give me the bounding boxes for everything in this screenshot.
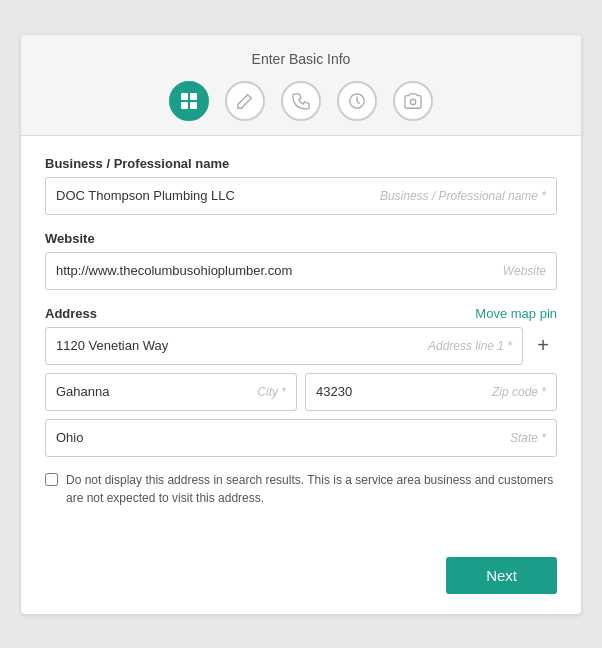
business-name-placeholder: Business / Professional name * [380, 189, 546, 203]
svg-rect-0 [181, 93, 188, 100]
svg-rect-3 [190, 102, 197, 109]
city-field-row: City * [45, 373, 297, 411]
zip-input[interactable] [316, 384, 484, 399]
svg-rect-2 [181, 102, 188, 109]
next-button[interactable]: Next [446, 557, 557, 594]
city-zip-row: City * Zip code * [45, 373, 557, 411]
zip-placeholder: Zip code * [492, 385, 546, 399]
website-placeholder: Website [503, 264, 546, 278]
state-input[interactable] [56, 430, 502, 445]
zip-field-row: Zip code * [305, 373, 557, 411]
website-label: Website [45, 231, 557, 246]
business-name-label: Business / Professional name [45, 156, 557, 171]
main-card: Enter Basic Info [21, 35, 581, 614]
address-header: Address Move map pin [45, 306, 557, 321]
address-line1-field-row: Address line 1 * [45, 327, 523, 365]
state-placeholder: State * [510, 431, 546, 445]
svg-point-5 [410, 99, 415, 104]
no-display-address-checkbox[interactable] [45, 473, 58, 486]
step-phone[interactable] [281, 81, 321, 121]
business-name-field-row: Business / Professional name * [45, 177, 557, 215]
business-name-input[interactable] [56, 188, 372, 203]
map-pin-link[interactable]: Move map pin [475, 306, 557, 321]
step-basic-info[interactable] [169, 81, 209, 121]
address-line1-row: Address line 1 * + [45, 327, 557, 365]
business-name-group: Business / Professional name Business / … [45, 156, 557, 215]
state-field-row: State * [45, 419, 557, 457]
city-placeholder: City * [257, 385, 286, 399]
address-label: Address [45, 306, 97, 321]
footer: Next [21, 543, 581, 614]
step-edit[interactable] [225, 81, 265, 121]
header: Enter Basic Info [21, 35, 581, 136]
svg-rect-1 [190, 93, 197, 100]
website-field-row: Website [45, 252, 557, 290]
city-input[interactable] [56, 384, 249, 399]
address-line1-placeholder: Address line 1 * [428, 339, 512, 353]
header-title: Enter Basic Info [41, 51, 561, 67]
add-address-line-button[interactable]: + [529, 332, 557, 360]
step-photo[interactable] [393, 81, 433, 121]
no-display-address-text: Do not display this address in search re… [66, 471, 557, 507]
form-body: Business / Professional name Business / … [21, 136, 581, 543]
website-input[interactable] [56, 263, 495, 278]
address-group: Address Move map pin Address line 1 * + … [45, 306, 557, 507]
address-line1-input[interactable] [56, 338, 420, 353]
no-display-address-row: Do not display this address in search re… [45, 471, 557, 507]
website-group: Website Website [45, 231, 557, 290]
steps-container [41, 81, 561, 135]
step-hours[interactable] [337, 81, 377, 121]
